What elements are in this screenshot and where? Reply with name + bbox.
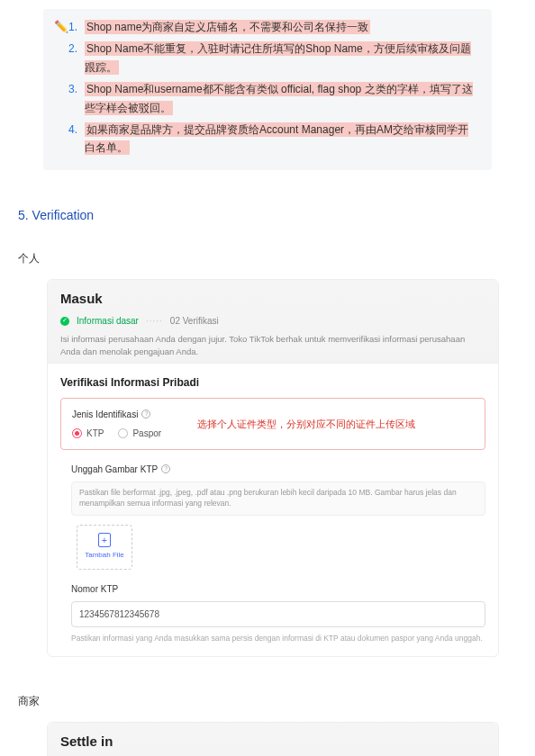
screenshot-header: Masuk ✓ Informasi dasar ····· 02 Verifik… xyxy=(48,280,498,364)
step-separator: ····· xyxy=(146,314,163,328)
radio-label: Paspor xyxy=(132,427,161,440)
radio-button-icon xyxy=(118,428,128,438)
verification-heading: Verifikasi Informasi Pribadi xyxy=(60,374,485,391)
callout-text: Shop Name和username都不能含有类似 official, flag… xyxy=(85,82,473,114)
screenshot-header: Settle in ✓ Basic Information ····· 02 V… xyxy=(48,723,498,756)
merchant-label: 商家 xyxy=(18,693,517,709)
callout-text: 如果商家是品牌方，提交品牌资质给Account Manager，再由AM交给审核… xyxy=(85,122,468,155)
callout-item: Shop Name和username都不能含有类似 official, flag… xyxy=(56,80,479,117)
callout-text: Shop name为商家自定义店铺名，不需要和公司名保持一致 xyxy=(85,20,370,34)
screenshot-description: Isi informasi perusahaan Anda dengan juj… xyxy=(60,333,485,357)
breadcrumb: ✓ Informasi dasar ····· 02 Verifikasi xyxy=(60,314,485,328)
nomor-ktp-input[interactable]: 1234567812345678 xyxy=(71,601,485,627)
radio-paspor[interactable]: Paspor xyxy=(118,427,161,440)
check-icon: ✓ xyxy=(60,317,69,326)
screenshot-title: Masuk xyxy=(60,289,485,310)
step-verification: 02 Verifikasi xyxy=(170,314,219,328)
callout-item: Shop Name不能重复，入驻时请记住所填写的Shop Name，方便后续审核… xyxy=(56,40,479,76)
radio-ktp[interactable]: KTP xyxy=(72,427,104,440)
upload-button-label: Tambah File xyxy=(85,550,124,561)
radio-label: KTP xyxy=(86,427,104,440)
nomor-ktp-hint: Pastikan informasi yang Anda masukkan sa… xyxy=(71,633,485,644)
upload-label: Unggah Gambar KTP ? xyxy=(71,463,485,476)
help-icon[interactable]: ? xyxy=(141,410,150,418)
screenshot-settlein: Settle in ✓ Basic Information ····· 02 V… xyxy=(47,722,499,756)
upload-hint: Pastikan file berformat .jpg, .jpeg, .pd… xyxy=(71,482,485,516)
screenshot-masuk: Masuk ✓ Informasi dasar ····· 02 Verifik… xyxy=(47,279,499,658)
id-type-label: Jenis Identifikasi ? xyxy=(72,408,161,421)
callout-item: Shop name为商家自定义店铺名，不需要和公司名保持一致 xyxy=(56,18,479,36)
radio-button-icon xyxy=(72,428,82,438)
screenshot-title: Settle in xyxy=(60,732,485,752)
id-type-radios: KTP Paspor xyxy=(72,427,161,440)
callout-box: ✏️ Shop name为商家自定义店铺名，不需要和公司名保持一致 Shop N… xyxy=(43,9,492,170)
callout-text: Shop Name不能重复，入驻时请记住所填写的Shop Name，方便后续审核… xyxy=(85,41,471,74)
upload-file-button[interactable]: Tambah File xyxy=(77,525,132,570)
section-title: Verification xyxy=(32,208,94,222)
callout-list: Shop name为商家自定义店铺名，不需要和公司名保持一致 Shop Name… xyxy=(56,18,479,158)
nomor-ktp-label: Nomor KTP xyxy=(71,582,485,596)
callout-item: 如果商家是品牌方，提交品牌资质给Account Manager，再由AM交给审核… xyxy=(56,121,479,158)
personal-label: 个人 xyxy=(18,250,517,266)
file-plus-icon xyxy=(98,533,111,547)
id-type-annotation: 选择个人证件类型，分别对应不同的证件上传区域 xyxy=(197,417,415,432)
section-heading: 5. Verification xyxy=(18,206,517,225)
id-type-box: Jenis Identifikasi ? KTP Paspor xyxy=(60,398,485,450)
help-icon[interactable]: ? xyxy=(161,464,170,473)
section-number: 5. xyxy=(18,208,29,222)
step-basic-info: Informasi dasar xyxy=(77,314,139,328)
